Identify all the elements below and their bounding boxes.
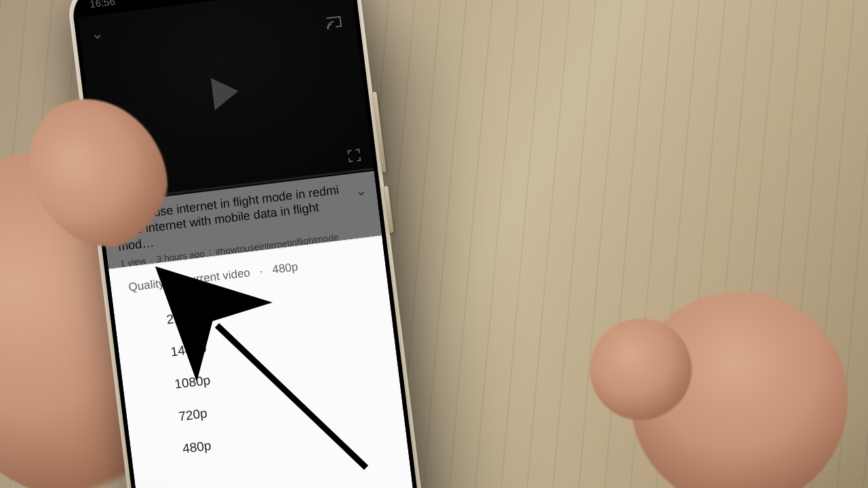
play-icon[interactable] <box>211 75 241 110</box>
power-button <box>384 186 393 233</box>
scene: 16:56 ⌄ 0:02 / 4:57 <box>0 0 868 488</box>
quality-current: 480p <box>271 260 298 276</box>
collapse-icon[interactable]: ⌄ <box>90 24 104 43</box>
quality-sheet: Quality for current video · 480p 2160p 1… <box>108 235 420 488</box>
right-hand-finger <box>590 319 692 420</box>
expand-icon[interactable]: ⌄ <box>354 182 368 199</box>
status-time: 16:56 <box>89 0 115 9</box>
fullscreen-icon[interactable] <box>347 148 361 163</box>
cast-icon[interactable] <box>325 15 342 30</box>
